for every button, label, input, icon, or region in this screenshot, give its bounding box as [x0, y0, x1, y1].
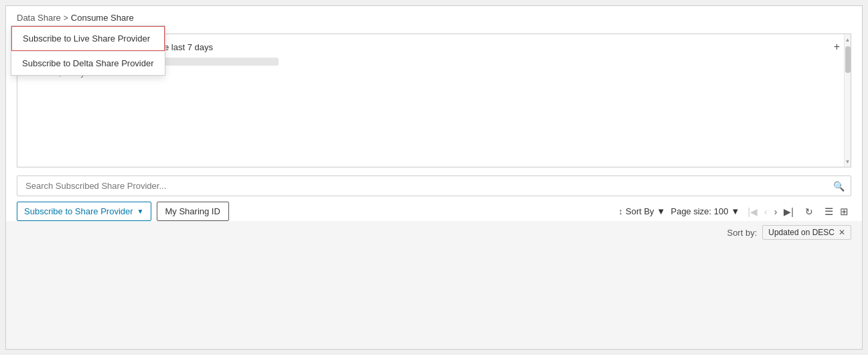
nav-last-button[interactable]: ▶|: [781, 205, 796, 218]
dropdown-item-live-share[interactable]: Subscribe to Live Share Provider: [11, 26, 165, 51]
dropdown-item-live-share-label: Subscribe to Live Share Provider: [23, 33, 150, 44]
subscribe-dropdown-menu: Subscribe to Live Share Provider Subscri…: [11, 25, 165, 76]
sort-icon: ↕: [618, 206, 623, 216]
sharing-id-label: My Sharing ID: [165, 206, 220, 216]
breadcrumb-separator: >: [64, 13, 68, 23]
sort-tag-label: Updated on DESC: [768, 228, 835, 237]
search-bar-wrapper: 🔍: [17, 175, 851, 196]
refresh-button[interactable]: ↻: [802, 205, 816, 218]
dropdown-item-delta-share[interactable]: Subscribe to Delta Share Provider: [11, 51, 165, 75]
main-container: Data Share > Consume Share Available Liv…: [5, 5, 863, 350]
search-input[interactable]: [17, 175, 851, 196]
dropdown-item-delta-share-label: Subscribe to Delta Share Provider: [22, 58, 154, 68]
scrollbar-track[interactable]: ▲ ▼: [844, 34, 851, 167]
breadcrumb-current: Consume Share: [71, 13, 134, 23]
search-wrapper: 🔍: [17, 175, 851, 196]
page-size-button[interactable]: Page size: 100 ▼: [670, 206, 739, 216]
list-view-button[interactable]: ☰: [822, 204, 836, 219]
subscribe-dropdown-arrow: ▼: [137, 208, 144, 215]
sharing-id-button[interactable]: My Sharing ID: [157, 202, 229, 221]
sort-by-static-label: Sort by:: [727, 228, 757, 238]
breadcrumb-parent[interactable]: Data Share: [17, 13, 61, 23]
scrollbar-down-arrow[interactable]: ▼: [845, 156, 851, 167]
toolbar: Subscribe to Share Provider ▼ My Sharing…: [6, 202, 862, 221]
sort-by-chevron: ▼: [657, 206, 666, 216]
sort-controls: ↕ Sort By ▼: [618, 206, 665, 216]
content-area: [6, 244, 862, 349]
sort-tag: Updated on DESC ✕: [762, 225, 851, 240]
sort-tag-close-button[interactable]: ✕: [839, 228, 845, 237]
refresh-icon: ↻: [805, 206, 813, 217]
nav-prev-button[interactable]: ‹: [762, 205, 770, 218]
page-size-label: Page size: 100: [670, 206, 728, 216]
view-buttons: ☰ ⊞: [822, 204, 851, 219]
grid-view-button[interactable]: ⊞: [837, 204, 851, 219]
subscribe-button-label: Subscribe to Share Provider: [24, 206, 133, 216]
sort-by-label: Sort By: [626, 206, 654, 216]
subscribe-button[interactable]: Subscribe to Share Provider ▼: [17, 202, 151, 221]
blurred-name-3: [165, 58, 279, 66]
nav-buttons: |◀ ‹ › ▶|: [745, 205, 796, 218]
page-size-chevron: ▼: [731, 206, 740, 216]
nav-next-button[interactable]: ›: [772, 205, 780, 218]
scrollbar-up-arrow[interactable]: ▲: [845, 34, 851, 45]
sort-by-button[interactable]: Sort By ▼: [626, 206, 666, 216]
scrollbar-thumb[interactable]: [845, 46, 851, 73]
nav-first-button[interactable]: |◀: [745, 205, 760, 218]
add-provider-button[interactable]: +: [834, 41, 840, 53]
